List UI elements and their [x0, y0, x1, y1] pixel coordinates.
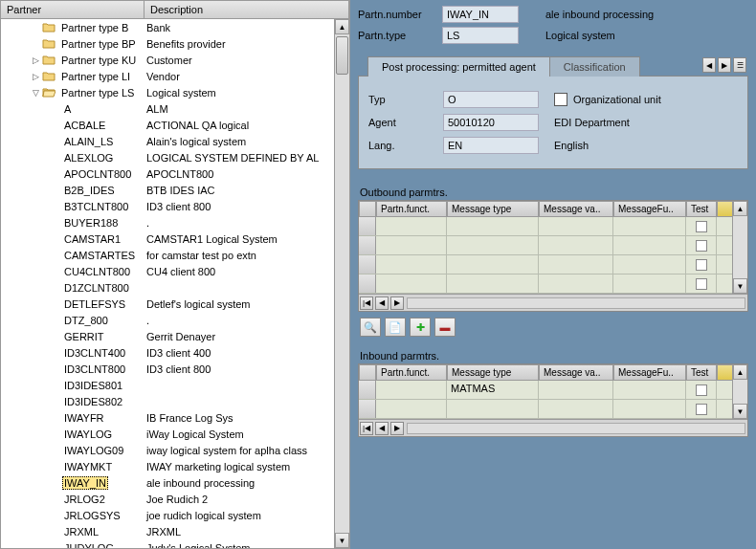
tree-item-B2B_IDES[interactable]: B2B_IDESBTB IDES IAC — [1, 182, 349, 198]
tree-folder-B[interactable]: Partner type BBank — [1, 19, 349, 35]
scroll-thumb[interactable] — [336, 36, 348, 75]
table-row[interactable]: MATMAS — [359, 381, 747, 400]
cell-messagevar[interactable] — [539, 236, 613, 254]
tree-item-ALAIN_LS[interactable]: ALAIN_LSAlain's logical system — [1, 133, 349, 149]
cell-partnfunct[interactable] — [376, 236, 447, 254]
tab-nav-list[interactable]: ☰ — [733, 57, 746, 73]
row-marker[interactable] — [359, 236, 376, 254]
cell-messagetype[interactable] — [447, 217, 539, 235]
test-checkbox[interactable] — [696, 278, 707, 290]
inbound-col-messagefu[interactable]: MessageFu.. — [613, 364, 686, 381]
tree-item-JUDYLOG[interactable]: JUDYLOGJudy's Logical System — [1, 539, 349, 548]
table-row[interactable] — [359, 400, 747, 419]
cell-partnfunct[interactable] — [376, 381, 447, 399]
tree-item-ID3IDES802[interactable]: ID3IDES802 — [1, 393, 349, 409]
cell-test[interactable] — [686, 400, 717, 418]
cell-test[interactable] — [686, 274, 717, 293]
outbound-vscroll[interactable]: ▲ ▼ — [732, 201, 747, 294]
cell-messagefu[interactable] — [613, 381, 686, 399]
scroll-down-button[interactable]: ▼ — [335, 533, 349, 548]
outbound-col-partnfunct[interactable]: Partn.funct. — [376, 201, 447, 217]
cell-messagetype[interactable] — [447, 400, 539, 418]
tree-item-GERRIT[interactable]: GERRITGerrit Denayer — [1, 328, 349, 344]
delete-button[interactable]: ▬ — [434, 318, 456, 337]
outbound-hscroll-track[interactable] — [407, 297, 745, 309]
inbound-scroll-up[interactable]: ▲ — [733, 364, 747, 380]
test-checkbox[interactable] — [696, 221, 707, 232]
tree-item-DETLEFSYS[interactable]: DETLEFSYSDetlef's logical system — [1, 296, 349, 312]
test-checkbox[interactable] — [696, 240, 707, 252]
tree-toggle-icon[interactable]: ▷ — [30, 71, 41, 82]
test-checkbox[interactable] — [696, 384, 707, 396]
tree-item-IWAYLOG[interactable]: IWAYLOGiWay Logical System — [1, 426, 349, 442]
tree-folder-BP[interactable]: Partner type BPBenefits provider — [1, 35, 349, 52]
tree-folder-LS[interactable]: ▽Partner type LSLogical system — [1, 84, 349, 100]
tree-item-ALEXLOG[interactable]: ALEXLOGLOGICAL SYSTEM DEFINED BY AL — [1, 149, 349, 165]
cell-messagevar[interactable] — [539, 255, 613, 274]
tree-item-CU4CLNT800[interactable]: CU4CLNT800CU4 client 800 — [1, 263, 349, 279]
cell-partnfunct[interactable] — [376, 400, 447, 418]
lang-field[interactable]: EN — [443, 137, 539, 154]
row-marker[interactable] — [359, 381, 376, 399]
create-button[interactable]: 📄 — [385, 318, 406, 337]
tree-item-JRLOGSYS[interactable]: JRLOGSYSjoe rudich logical system — [1, 507, 349, 523]
tree-item-ID3CLNT400[interactable]: ID3CLNT400ID3 client 400 — [1, 344, 349, 361]
typ-field[interactable]: O — [443, 91, 539, 108]
inbound-rowmarker-header[interactable] — [359, 364, 376, 381]
tree-item-ACBALE[interactable]: ACBALEACTIONAL QA logical — [1, 117, 349, 133]
cell-messagevar[interactable] — [539, 274, 613, 293]
outbound-hscroll-next[interactable]: ▶ — [390, 296, 404, 310]
tree-item-D1ZCLNT800[interactable]: D1ZCLNT800 — [1, 279, 349, 296]
tree-item-IWAYLOG09[interactable]: IWAYLOG09iway logical system for aplha c… — [1, 442, 349, 458]
table-row[interactable] — [359, 236, 747, 255]
table-row[interactable] — [359, 255, 747, 274]
tree-header-partner[interactable]: Partner — [1, 1, 145, 18]
cell-test[interactable] — [686, 255, 717, 274]
tree-item-ID3CLNT800[interactable]: ID3CLNT800ID3 client 800 — [1, 361, 349, 377]
tree-item-CAMSTAR1[interactable]: CAMSTAR1CAMSTAR1 Logical System — [1, 231, 349, 247]
cell-messagevar[interactable] — [539, 217, 613, 235]
tree-item-IWAYMKT[interactable]: IWAYMKTIWAY marketing logical system — [1, 458, 349, 474]
cell-partnfunct[interactable] — [376, 217, 447, 235]
cell-messagetype[interactable] — [447, 236, 539, 254]
outbound-hscroll-first[interactable]: |◀ — [360, 296, 373, 310]
inbound-hscroll-first[interactable]: |◀ — [360, 422, 373, 435]
tree-toggle-icon[interactable]: ▽ — [30, 87, 41, 99]
row-marker[interactable] — [359, 217, 376, 235]
inbound-scroll-down[interactable]: ▼ — [733, 404, 747, 419]
partn-number-field[interactable]: IWAY_IN — [442, 6, 519, 23]
tree-item-DTZ_800[interactable]: DTZ_800. — [1, 312, 349, 328]
test-checkbox[interactable] — [696, 404, 707, 415]
test-checkbox[interactable] — [696, 259, 707, 271]
row-marker[interactable] — [359, 274, 376, 293]
tree-item-JRXML[interactable]: JRXMLJRXML — [1, 523, 349, 539]
org-unit-checkbox[interactable] — [554, 93, 567, 106]
add-button[interactable]: ✚ — [410, 318, 431, 337]
tree-item-IWAY_IN[interactable]: IWAY_INale inbound processing — [1, 474, 349, 491]
cell-partnfunct[interactable] — [376, 274, 447, 293]
cell-messagefu[interactable] — [613, 236, 686, 254]
cell-messagefu[interactable] — [613, 255, 686, 274]
tab-classification[interactable]: Classification — [549, 56, 640, 77]
outbound-col-test[interactable]: Test — [686, 201, 717, 217]
tree-toggle-icon[interactable]: ▷ — [30, 55, 41, 66]
cell-messagetype[interactable]: MATMAS — [447, 381, 539, 399]
cell-messagefu[interactable] — [613, 400, 686, 418]
tree-folder-KU[interactable]: ▷Partner type KUCustomer — [1, 52, 349, 68]
tree-item-A[interactable]: AALM — [1, 100, 349, 117]
tree-item-IWAYFR[interactable]: IWAYFRIB France Log Sys — [1, 409, 349, 426]
cell-partnfunct[interactable] — [376, 255, 447, 274]
cell-messagetype[interactable] — [447, 274, 539, 293]
outbound-col-messagefu[interactable]: MessageFu.. — [613, 201, 686, 217]
tree-item-B3TCLNT800[interactable]: B3TCLNT800ID3 client 800 — [1, 198, 349, 214]
tree-item-ID3IDES801[interactable]: ID3IDES801 — [1, 377, 349, 393]
scroll-up-button[interactable]: ▲ — [335, 19, 349, 34]
inbound-col-messagevar[interactable]: Message va.. — [539, 364, 613, 381]
cell-test[interactable] — [686, 236, 717, 254]
outbound-rowmarker-header[interactable] — [359, 201, 376, 217]
cell-test[interactable] — [686, 381, 717, 399]
outbound-scroll-down[interactable]: ▼ — [733, 278, 747, 294]
tree-item-BUYER188[interactable]: BUYER188. — [1, 214, 349, 231]
tab-nav-next[interactable]: ▶ — [718, 57, 731, 73]
cell-test[interactable] — [686, 217, 717, 235]
